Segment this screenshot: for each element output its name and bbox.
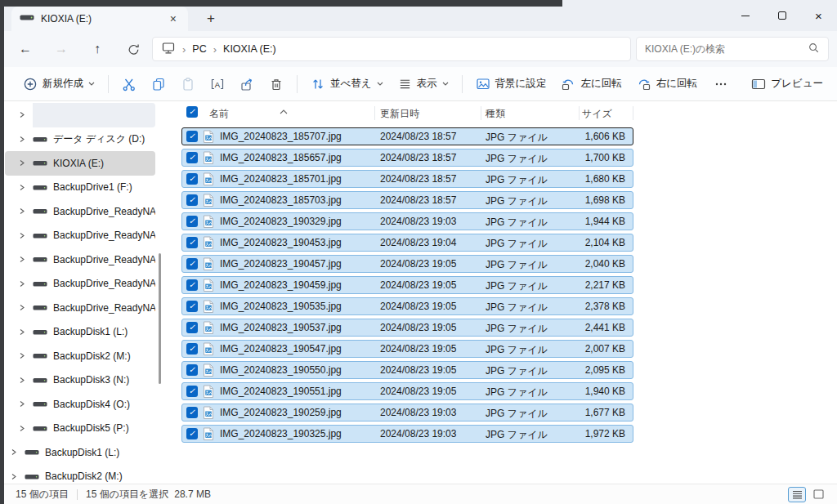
close-window-button[interactable]: × xyxy=(800,0,837,31)
row-checkbox[interactable]: ✓ xyxy=(186,279,198,291)
file-row[interactable]: ✓ IMG_20240823_190550.jpg 2024/08/23 19:… xyxy=(181,361,633,379)
sidebar-item[interactable]: BackupDrive_ReadyNAS628 xyxy=(5,296,155,320)
file-row[interactable]: ✓ IMG_20240823_185707.jpg 2024/08/23 18:… xyxy=(181,127,633,145)
sidebar-item[interactable]: BackupDrive_ReadyNAS628 xyxy=(5,248,155,272)
column-header-name[interactable]: 名前 xyxy=(209,107,229,121)
file-row[interactable]: ✓ IMG_20240823_190325.jpg 2024/08/23 19:… xyxy=(181,425,633,443)
row-checkbox[interactable]: ✓ xyxy=(186,194,198,206)
expand-chevron-icon[interactable] xyxy=(16,232,28,239)
expand-chevron-icon[interactable] xyxy=(16,280,28,288)
sidebar-item[interactable]: BackupDrive1 (F:) xyxy=(5,176,155,200)
sidebar-item[interactable]: BackupDrive_ReadyNAS214 xyxy=(5,199,155,224)
file-row[interactable]: ✓ IMG_20240823_190459.jpg 2024/08/23 19:… xyxy=(181,276,633,294)
file-row[interactable]: ✓ IMG_20240823_185701.jpg 2024/08/23 18:… xyxy=(181,170,633,188)
row-checkbox[interactable]: ✓ xyxy=(186,322,198,333)
file-row[interactable]: ✓ IMG_20240823_190457.jpg 2024/08/23 19:… xyxy=(181,255,633,273)
sidebar-item[interactable]: BackupDisk2 (M:) xyxy=(5,465,155,484)
forward-button[interactable]: → xyxy=(48,36,74,62)
expand-chevron-icon[interactable] xyxy=(16,256,28,263)
file-row[interactable]: ✓ IMG_20240823_190535.jpg 2024/08/23 19:… xyxy=(181,297,633,315)
expand-chevron-icon[interactable] xyxy=(16,304,28,311)
file-row[interactable]: ✓ IMG_20240823_190329.jpg 2024/08/23 19:… xyxy=(181,212,633,230)
sidebar-item[interactable]: BackupDisk4 (O:) xyxy=(5,392,155,417)
sidebar-item[interactable]: BackupDisk1 (L:) xyxy=(5,440,155,465)
sidebar-item[interactable]: ローカル ディスク (C:) xyxy=(5,103,155,127)
row-checkbox[interactable]: ✓ xyxy=(186,386,198,397)
paste-button[interactable] xyxy=(173,72,203,96)
sidebar-item[interactable]: BackupDisk5 (P:) xyxy=(5,417,155,441)
sidebar-item[interactable]: BackupDisk3 (N:) xyxy=(5,368,155,393)
file-row[interactable]: ✓ IMG_20240823_190547.jpg 2024/08/23 19:… xyxy=(181,340,633,358)
close-tab-icon[interactable]: × xyxy=(167,12,180,25)
column-header-type[interactable]: 種類 xyxy=(486,107,505,121)
search-box[interactable] xyxy=(636,37,829,61)
column-divider[interactable] xyxy=(481,106,481,120)
search-input[interactable] xyxy=(645,43,808,55)
back-button[interactable]: ← xyxy=(12,36,38,62)
column-header-size[interactable]: サイズ xyxy=(582,107,612,121)
delete-button[interactable] xyxy=(262,72,291,96)
row-checkbox[interactable]: ✓ xyxy=(186,237,198,248)
sidebar-item[interactable]: データ ディスク (D:) xyxy=(5,127,155,152)
row-checkbox[interactable]: ✓ xyxy=(186,173,198,185)
file-row[interactable]: ✓ IMG_20240823_190259.jpg 2024/08/23 19:… xyxy=(181,404,633,421)
expand-chevron-icon[interactable] xyxy=(16,159,28,167)
view-button[interactable]: 表示 xyxy=(391,72,456,96)
file-row[interactable]: ✓ IMG_20240823_185703.jpg 2024/08/23 18:… xyxy=(181,191,633,209)
row-checkbox[interactable]: ✓ xyxy=(186,364,198,376)
new-tab-button[interactable]: + xyxy=(200,8,222,29)
file-row[interactable]: ✓ IMG_20240823_190551.jpg 2024/08/23 19:… xyxy=(181,382,633,400)
column-header-date[interactable]: 更新日時 xyxy=(380,107,419,121)
sidebar-item[interactable]: KIOXIA (E:) xyxy=(5,151,155,176)
file-row[interactable]: ✓ IMG_20240823_185657.jpg 2024/08/23 18:… xyxy=(181,149,633,167)
header-checkbox[interactable]: ✓ xyxy=(186,106,198,118)
sidebar-scrollbar[interactable] xyxy=(159,253,161,384)
row-checkbox[interactable]: ✓ xyxy=(186,343,198,355)
expand-chevron-icon[interactable] xyxy=(16,207,28,215)
file-row[interactable]: ✓ IMG_20240823_190453.jpg 2024/08/23 19:… xyxy=(181,234,633,252)
copy-button[interactable] xyxy=(144,72,173,96)
row-checkbox[interactable]: ✓ xyxy=(186,152,198,163)
preview-button[interactable]: プレビュー xyxy=(744,72,830,96)
maximize-button[interactable] xyxy=(763,0,800,31)
file-row[interactable]: ✓ IMG_20240823_190537.jpg 2024/08/23 19:… xyxy=(181,319,633,337)
breadcrumb-pc[interactable]: PC xyxy=(192,43,206,55)
more-options-button[interactable] xyxy=(705,73,737,96)
expand-chevron-icon[interactable] xyxy=(8,448,20,456)
row-checkbox[interactable]: ✓ xyxy=(186,216,198,227)
expand-chevron-icon[interactable] xyxy=(16,184,28,191)
row-checkbox[interactable]: ✓ xyxy=(186,428,198,439)
sidebar-item[interactable]: BackupDrive_ReadyNAS628 xyxy=(5,224,155,248)
column-divider[interactable] xyxy=(633,106,633,120)
expand-chevron-icon[interactable] xyxy=(16,111,28,118)
column-divider[interactable] xyxy=(579,106,580,120)
rename-button[interactable]: A xyxy=(203,72,232,96)
refresh-button[interactable] xyxy=(120,36,146,62)
up-button[interactable]: ↑ xyxy=(84,36,110,62)
expand-chevron-icon[interactable] xyxy=(16,352,28,359)
expand-chevron-icon[interactable] xyxy=(16,425,28,432)
details-view-button[interactable] xyxy=(788,487,806,502)
expand-chevron-icon[interactable] xyxy=(16,377,28,384)
expand-chevron-icon[interactable] xyxy=(16,328,28,336)
expand-chevron-icon[interactable] xyxy=(16,136,28,143)
row-checkbox[interactable]: ✓ xyxy=(186,131,198,142)
set-background-button[interactable]: 背景に設定 xyxy=(468,72,554,96)
sort-button[interactable]: 並べ替え xyxy=(303,72,391,96)
share-button[interactable] xyxy=(232,72,262,96)
expand-chevron-icon[interactable] xyxy=(8,473,20,480)
rotate-left-button[interactable]: 左に回転 xyxy=(553,72,629,96)
address-bar[interactable]: › PC › KIOXIA (E:) xyxy=(152,37,631,61)
tab-kioxia[interactable]: KIOXIA (E:) × xyxy=(11,7,188,31)
expand-chevron-icon[interactable] xyxy=(16,400,28,408)
minimize-button[interactable] xyxy=(727,0,763,31)
column-divider[interactable] xyxy=(374,106,375,120)
breadcrumb-kioxia[interactable]: KIOXIA (E:) xyxy=(223,43,276,55)
row-checkbox[interactable]: ✓ xyxy=(186,407,198,418)
rotate-right-button[interactable]: 右に回転 xyxy=(629,72,705,96)
cut-button[interactable] xyxy=(114,72,144,96)
row-checkbox[interactable]: ✓ xyxy=(186,301,198,312)
thumbnail-view-button[interactable] xyxy=(809,487,827,502)
row-checkbox[interactable]: ✓ xyxy=(186,258,198,270)
sidebar-item[interactable]: BackupDisk1 (L:) xyxy=(5,320,155,345)
